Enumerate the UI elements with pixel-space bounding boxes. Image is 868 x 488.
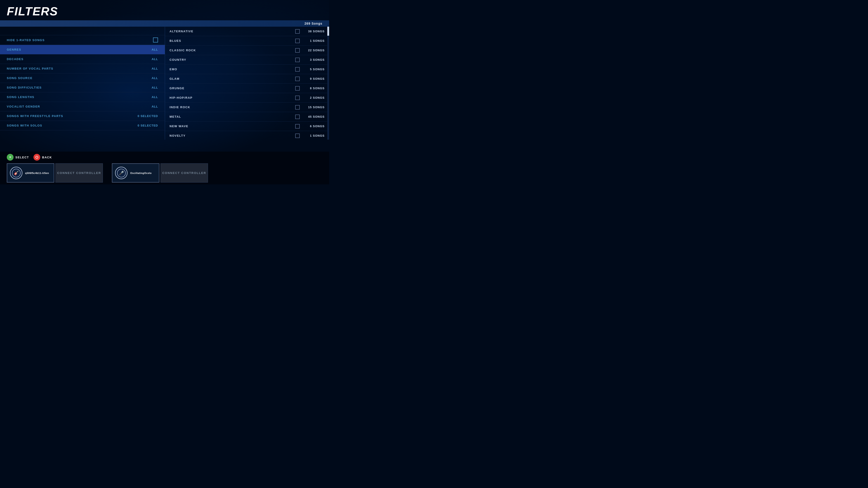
- filter-label-song-source: SONG SOURCE: [7, 76, 33, 80]
- back-icon: [33, 154, 40, 161]
- genre-count-1: 1 SONGS: [304, 39, 324, 42]
- genre-row-classic-rock[interactable]: CLASSIC ROCK22 SONGS: [165, 46, 329, 55]
- header: FILTERS: [0, 0, 329, 20]
- connect-btn-1[interactable]: CONNECT CONTROLLER: [55, 163, 103, 183]
- filter-label-solos: SONGS WITH SOLOS: [7, 124, 42, 127]
- genre-count-10: 6 SONGS: [304, 125, 324, 128]
- filter-value-song-difficulties: ALL: [152, 86, 158, 89]
- filter-label-song-difficulties: SONG DIFFICULTIES: [7, 86, 42, 89]
- controls-row: ✕ SELECT BACK: [4, 154, 324, 161]
- back-control: BACK: [33, 154, 52, 161]
- connect-btn-2-text: CONNECT CONTROLLER: [162, 171, 206, 175]
- svg-text:🎤: 🎤: [119, 170, 124, 175]
- genre-checkbox-4[interactable]: [295, 67, 300, 72]
- genre-row-new-wave[interactable]: NEW WAVE6 SONGS: [165, 122, 329, 131]
- filter-row-freestyle-parts[interactable]: SONGS WITH FREESTYLE PARTS 0 SELECTED: [0, 111, 165, 121]
- separator-bar: 269 Songs: [0, 20, 329, 27]
- filter-value-song-lengths: ALL: [152, 95, 158, 99]
- player1-avatar: 🎸: [10, 167, 22, 179]
- filter-row-solos[interactable]: SONGS WITH SOLOS 0 SELECTED: [0, 121, 165, 130]
- genre-count-11: 1 SONGS: [304, 134, 324, 137]
- filter-row-genres[interactable]: GENRES ALL: [0, 45, 165, 55]
- genre-name-6: GRUNGE: [169, 87, 295, 90]
- filter-row-vocal-parts[interactable]: NUMBER OF VOCAL PARTS ALL: [0, 64, 165, 73]
- genre-count-8: 15 SONGS: [304, 105, 324, 109]
- svg-text:🎸: 🎸: [14, 170, 19, 175]
- players-wrapper: 🎸 q506f5c4b11-USen CONNECT CONTROLLER 🎤 …: [4, 163, 324, 183]
- select-control: ✕ SELECT: [7, 154, 29, 161]
- select-icon: ✕: [7, 154, 13, 161]
- genre-name-2: CLASSIC ROCK: [169, 48, 295, 52]
- player3-name: OscillatingOcelo: [130, 172, 152, 174]
- filter-value-song-source: ALL: [152, 76, 158, 80]
- main-content: HIDE 1-RATED SONGS GENRES ALL DECADES AL…: [0, 27, 329, 140]
- hide-1rated-checkbox[interactable]: [153, 37, 158, 42]
- filter-label-vocal-parts: NUMBER OF VOCAL PARTS: [7, 67, 53, 70]
- genre-row-emo[interactable]: EMO5 SONGS: [165, 65, 329, 74]
- genre-row-alternative[interactable]: ALTERNATIVE38 SONGS: [165, 27, 329, 36]
- scrollbar-thumb[interactable]: [327, 27, 329, 36]
- genre-checkbox-7[interactable]: [295, 96, 300, 100]
- genre-row-hip-hop-rap[interactable]: HIP-HOP/RAP2 SONGS: [165, 93, 329, 103]
- genre-name-3: COUNTRY: [169, 58, 295, 61]
- filter-row-song-source[interactable]: SONG SOURCE ALL: [0, 73, 165, 83]
- genre-checkbox-9[interactable]: [295, 115, 300, 119]
- genre-checkbox-11[interactable]: [295, 133, 300, 138]
- svg-point-1: [36, 156, 38, 158]
- filter-row-hide-1-rated[interactable]: HIDE 1-RATED SONGS: [0, 35, 165, 45]
- player1-name: q506f5c4b11-USen: [25, 172, 49, 174]
- filter-row-song-difficulties[interactable]: SONG DIFFICULTIES ALL: [0, 83, 165, 92]
- genre-count-7: 2 SONGS: [304, 96, 324, 99]
- genres-list: ALTERNATIVE38 SONGSBLUES1 SONGSCLASSIC R…: [165, 27, 329, 140]
- left-panel: HIDE 1-RATED SONGS GENRES ALL DECADES AL…: [0, 27, 165, 140]
- genre-checkbox-10[interactable]: [295, 124, 300, 129]
- genre-count-6: 8 SONGS: [304, 87, 324, 90]
- bottom-area: ✕ SELECT BACK 🎸 q506f5c4: [0, 152, 329, 184]
- connect-btn-2[interactable]: CONNECT CONTROLLER: [160, 163, 208, 183]
- player3-avatar: 🎤: [115, 167, 127, 179]
- genre-checkbox-6[interactable]: [295, 86, 300, 91]
- genre-checkbox-2[interactable]: [295, 48, 300, 53]
- genre-checkbox-5[interactable]: [295, 76, 300, 81]
- genre-row-novelty[interactable]: NOVELTY1 SONGS: [165, 131, 329, 140]
- back-label: BACK: [42, 156, 52, 159]
- filter-label-vocalist-gender: VOCALIST GENDER: [7, 105, 40, 108]
- genre-checkbox-3[interactable]: [295, 58, 300, 62]
- genre-row-country[interactable]: COUNTRY3 SONGS: [165, 55, 329, 65]
- player1-slot: 🎸 q506f5c4b11-USen: [7, 163, 54, 183]
- genre-name-1: BLUES: [169, 39, 295, 42]
- connect-btn-1-text: CONNECT CONTROLLER: [57, 171, 101, 175]
- genre-checkbox-1[interactable]: [295, 39, 300, 43]
- genre-name-5: GLAM: [169, 77, 295, 80]
- filter-row-decades[interactable]: DECADES ALL: [0, 55, 165, 64]
- genre-name-9: METAL: [169, 115, 295, 119]
- filter-label-freestyle-parts: SONGS WITH FREESTYLE PARTS: [7, 114, 63, 118]
- genre-row-indie-rock[interactable]: INDIE ROCK15 SONGS: [165, 103, 329, 112]
- genre-row-glam[interactable]: GLAM9 SONGS: [165, 74, 329, 84]
- filter-value-vocal-parts: ALL: [152, 67, 158, 70]
- filter-value-freestyle-parts: 0 SELECTED: [138, 114, 158, 118]
- genre-name-0: ALTERNATIVE: [169, 30, 295, 33]
- page-title: FILTERS: [7, 4, 322, 18]
- filter-row-song-lengths[interactable]: SONG LENGTHS ALL: [0, 92, 165, 102]
- genre-name-8: INDIE ROCK: [169, 105, 295, 109]
- genre-count-2: 22 SONGS: [304, 48, 324, 52]
- genre-name-10: NEW WAVE: [169, 125, 295, 128]
- player-spacer: [104, 163, 111, 183]
- filter-label-genres: GENRES: [7, 48, 21, 51]
- genre-count-5: 9 SONGS: [304, 77, 324, 80]
- filter-value-solos: 0 SELECTED: [138, 124, 158, 127]
- filter-value-vocalist-gender: ALL: [152, 105, 158, 108]
- filter-row-vocalist-gender[interactable]: VOCALIST GENDER ALL: [0, 102, 165, 111]
- scrollbar[interactable]: [327, 27, 329, 140]
- genre-checkbox-8[interactable]: [295, 105, 300, 109]
- genre-row-grunge[interactable]: GRUNGE8 SONGS: [165, 84, 329, 93]
- genre-name-4: EMO: [169, 68, 295, 71]
- genre-row-metal[interactable]: METAL45 SONGS: [165, 112, 329, 122]
- genre-checkbox-0[interactable]: [295, 29, 300, 34]
- genre-count-9: 45 SONGS: [304, 115, 324, 119]
- filter-label-decades: DECADES: [7, 57, 24, 61]
- genre-row-blues[interactable]: BLUES1 SONGS: [165, 36, 329, 46]
- genre-name-11: NOVELTY: [169, 134, 295, 137]
- filter-value-genres: ALL: [152, 48, 158, 51]
